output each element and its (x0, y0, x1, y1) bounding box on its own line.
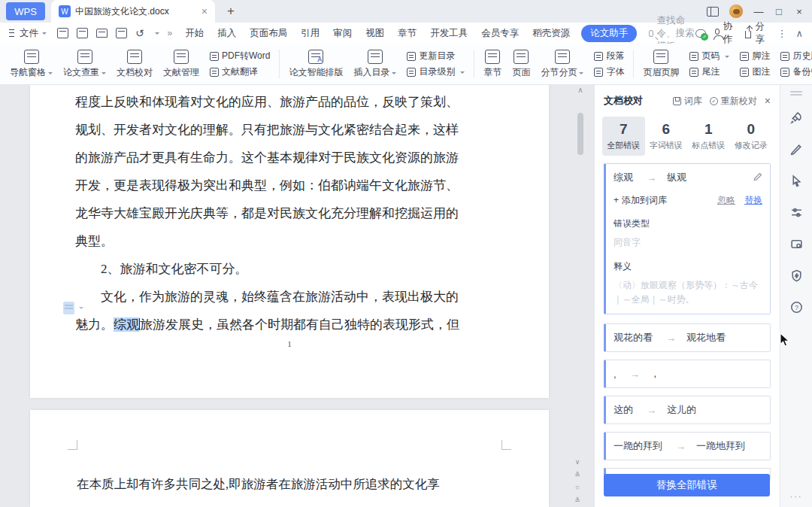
margin-annotation-icon[interactable] (63, 302, 74, 314)
tab-paper-assistant[interactable]: 论文助手 (581, 25, 637, 42)
undo-caret-icon[interactable] (155, 32, 159, 37)
recheck-icon: ✓ (710, 97, 718, 105)
doc-line: 规划、开发者对文化的理解。只有把旅游与文化紧密结合起来，这样 (75, 116, 499, 144)
history-version-icon (780, 52, 789, 61)
tab-page-layout[interactable]: 页面布局 (243, 27, 294, 40)
cloud-sync-icon[interactable] (695, 29, 706, 38)
toolbar-insert-toc[interactable]: 插入目录 (348, 50, 401, 79)
rocket-icon[interactable] (789, 111, 803, 124)
toolbar-section-break[interactable]: 分节分页 (535, 50, 589, 79)
tab-devtools[interactable]: 开发工具 (423, 27, 474, 40)
stat-punct-errors[interactable]: 1标点错误 (687, 117, 730, 156)
tab-review[interactable]: 审阅 (326, 27, 359, 40)
help-circle-icon[interactable]: ? (789, 300, 803, 314)
add-to-dictionary-button[interactable]: +添加到词库 (614, 194, 667, 207)
smart-typeset-icon (308, 50, 323, 64)
tab-close-icon[interactable]: × (201, 5, 208, 17)
toolbar-section[interactable]: 章节 (478, 50, 507, 79)
browse-object-icon[interactable]: ○ (575, 484, 579, 491)
minimize-button[interactable]: — (753, 6, 764, 17)
toolbar-footnote[interactable]: 脚注 (740, 50, 770, 62)
toolbar-header-footer[interactable]: 页眉页脚 (638, 50, 684, 79)
toolbar-nav-pane[interactable]: 导航窗格 (5, 50, 58, 79)
scroll-down-icon[interactable]: ∨ (575, 458, 580, 466)
stat-all-errors[interactable]: 7全部错误 (602, 117, 645, 156)
tab-home[interactable]: 开始 (178, 27, 211, 40)
edit-pencil-icon[interactable] (753, 172, 762, 184)
collapse-ribbon-icon[interactable]: ∧ (796, 28, 804, 39)
previous-page-icon[interactable]: ≙ (574, 471, 580, 478)
toolbar-doc-proofread[interactable]: 文档校对 (111, 50, 158, 79)
toolbar-backup-center[interactable]: 备份中心 (780, 65, 812, 78)
shield-flash-icon[interactable] (789, 269, 803, 282)
next-page-icon[interactable]: ≚ (574, 496, 580, 504)
wrong-word: 观花的看 (614, 331, 653, 345)
cursor-select-icon[interactable] (789, 174, 803, 187)
save-icon[interactable] (57, 28, 68, 38)
vertical-scrollbar[interactable] (577, 113, 583, 155)
error-card[interactable]: 这的→这儿的 (604, 396, 771, 424)
print-icon[interactable] (96, 29, 108, 38)
proofread-panel: 文档校对 词库 ✓重新校对 × 7全部错误 6字词错误 1标点错误 0修改记录 … (594, 85, 780, 507)
toolbar-reference-translate[interactable]: 文献翻译 (210, 65, 270, 78)
tab-view[interactable]: 视图 (359, 27, 391, 40)
tab-references[interactable]: 引用 (294, 27, 326, 40)
replace-all-button[interactable]: 替换全部错误 (604, 474, 770, 496)
toolbar-paragraph[interactable]: 段落 (594, 50, 624, 62)
document-tab[interactable]: W 中国旅游文化论文.docx × (51, 0, 215, 23)
toolbar-caption[interactable]: 图注 (740, 65, 770, 78)
undo-icon[interactable]: ↺ (135, 27, 144, 39)
error-card-expanded[interactable]: 综观 → 纵观 +添加到词库 忽略 替换 错误类型 同音字 释义 〈动〉放眼观察… (604, 163, 771, 314)
page-1[interactable]: 程度上反映和体现着对文化的应用、旅游产品的品位，反映了策划、 规划、开发者对文化… (30, 85, 549, 398)
toolbar-update-toc[interactable]: 更新目录 (407, 50, 465, 62)
close-window-button[interactable]: × (794, 6, 804, 17)
toolbar-toc-level[interactable]: 目录级别 (407, 65, 465, 78)
stat-word-errors[interactable]: 6字词错误 (645, 117, 688, 156)
scroll-collapse-icon[interactable]: ∧ (574, 87, 587, 93)
stat-edit-records[interactable]: 0修改记录 (730, 117, 773, 156)
new-tab-button[interactable]: + (227, 4, 235, 19)
tab-docer[interactable]: 稻壳资源 (526, 27, 577, 40)
replace-button[interactable]: 替换 (744, 194, 762, 207)
avatar[interactable] (729, 4, 744, 19)
wps-logo-button[interactable]: WPS (6, 2, 45, 20)
toolbar-pdf-to-word[interactable]: PDF转Word (210, 50, 270, 62)
tab-section[interactable]: 章节 (391, 27, 423, 40)
sidebar-toggle-icon[interactable] (707, 7, 719, 17)
tab-membership[interactable]: 会员专享 (474, 27, 526, 40)
toolbar-paper-check[interactable]: 论文查重 (58, 50, 111, 79)
more-menu-icon[interactable]: ⋮ (777, 28, 787, 39)
toolbar-font[interactable]: 字体 (594, 65, 624, 78)
pen-icon[interactable] (789, 142, 803, 156)
panel-close-icon[interactable]: × (765, 95, 771, 107)
error-card[interactable]: ,→， (604, 360, 771, 388)
tab-insert[interactable]: 插入 (211, 27, 243, 40)
error-card[interactable]: 观花的看→观花地看 (604, 323, 771, 352)
file-menu[interactable]: 文件 (18, 27, 40, 40)
document-area[interactable]: 程度上反映和体现着对文化的应用、旅游产品的品位，反映了策划、 规划、开发者对文化… (0, 85, 594, 507)
recheck-button[interactable]: ✓重新校对 (710, 95, 757, 108)
collab-button[interactable]: 协作 (715, 20, 735, 46)
print-preview-icon[interactable] (116, 28, 127, 38)
toolbar-page[interactable]: 页面 (507, 50, 535, 79)
export-icon[interactable] (77, 28, 88, 38)
toolbar-endnote[interactable]: 尾注 (689, 65, 729, 78)
error-card[interactable]: 一跪的拜到→一跪地拜到 (604, 432, 771, 460)
toolbar-smart-typeset[interactable]: 论文智能排版 (283, 50, 348, 79)
maximize-button[interactable]: □ (774, 6, 784, 17)
more-tools-icon[interactable]: ··· (790, 492, 803, 501)
page-2[interactable]: 在本质上却有许多共同之处,即旅游者在旅游活动中所追求的文化享 (30, 410, 549, 507)
drag-handle-icon[interactable] (790, 91, 802, 93)
ignore-button[interactable]: 忽略 (717, 194, 735, 207)
arrow-icon: → (666, 332, 676, 344)
selected-text[interactable]: 综观 (114, 317, 139, 332)
id-card-icon[interactable] (789, 237, 803, 250)
menu-icon[interactable] (9, 29, 14, 37)
toolbar-page-number[interactable]: 页码 (689, 50, 729, 62)
dictionary-button[interactable]: 词库 (673, 95, 702, 108)
more-commands-icon[interactable]: » (168, 28, 173, 38)
toolbar-reference-manage[interactable]: 文献管理 (158, 50, 205, 79)
share-button[interactable]: 分享 (745, 20, 768, 46)
settings-sliders-icon[interactable] (789, 205, 803, 219)
toolbar-history-version[interactable]: 历史版本 (780, 50, 812, 62)
